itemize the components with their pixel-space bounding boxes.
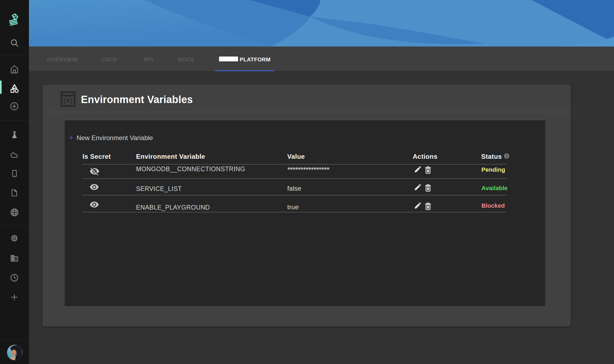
- svg-text:?: ?: [505, 154, 508, 158]
- svg-text:(X): (X): [64, 97, 72, 104]
